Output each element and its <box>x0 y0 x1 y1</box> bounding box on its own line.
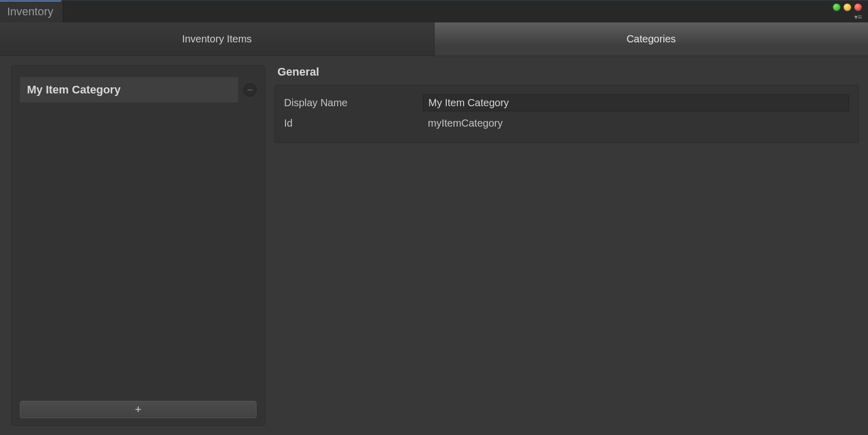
id-value: myItemCategory <box>423 115 849 131</box>
minus-icon: − <box>247 84 253 96</box>
plus-icon: + <box>135 403 142 416</box>
field-label-id: Id <box>284 117 415 129</box>
minimize-button[interactable] <box>833 4 840 11</box>
field-label-display-name: Display Name <box>284 97 415 109</box>
detail-panel: General Display Name Id myItemCategory <box>274 65 859 426</box>
panel-menu-icon[interactable]: ▾≡ <box>854 13 862 20</box>
remove-category-button[interactable]: − <box>243 83 257 96</box>
window-tab-label: Inventory <box>7 5 54 18</box>
close-button[interactable] <box>854 4 862 11</box>
add-category-button[interactable]: + <box>20 401 257 418</box>
traffic-lights <box>833 4 862 11</box>
tab-inventory-items[interactable]: Inventory Items <box>0 22 435 56</box>
tab-categories[interactable]: Categories <box>435 22 869 56</box>
window-controls: ▾≡ <box>833 4 862 20</box>
field-id-row: Id myItemCategory <box>284 113 849 133</box>
display-name-input[interactable] <box>423 94 849 111</box>
category-list: My Item Category − <box>20 77 257 401</box>
tab-label: Inventory Items <box>182 33 252 45</box>
general-section: Display Name Id myItemCategory <box>274 85 859 143</box>
content: My Item Category − + General Display Nam… <box>0 56 868 435</box>
category-item-label: My Item Category <box>27 83 120 96</box>
main-tabs: Inventory Items Categories <box>0 22 868 56</box>
category-list-item[interactable]: My Item Category <box>20 77 238 103</box>
category-list-row: My Item Category − <box>20 77 257 103</box>
field-display-name-row: Display Name <box>284 92 849 113</box>
section-title-general: General <box>277 65 859 79</box>
window-tab-inventory[interactable]: Inventory <box>0 1 63 22</box>
maximize-button[interactable] <box>844 4 851 11</box>
tab-label: Categories <box>626 33 676 45</box>
category-list-panel: My Item Category − + <box>11 65 265 426</box>
titlebar: Inventory ▾≡ <box>0 0 868 22</box>
tab-accent <box>0 1 61 2</box>
